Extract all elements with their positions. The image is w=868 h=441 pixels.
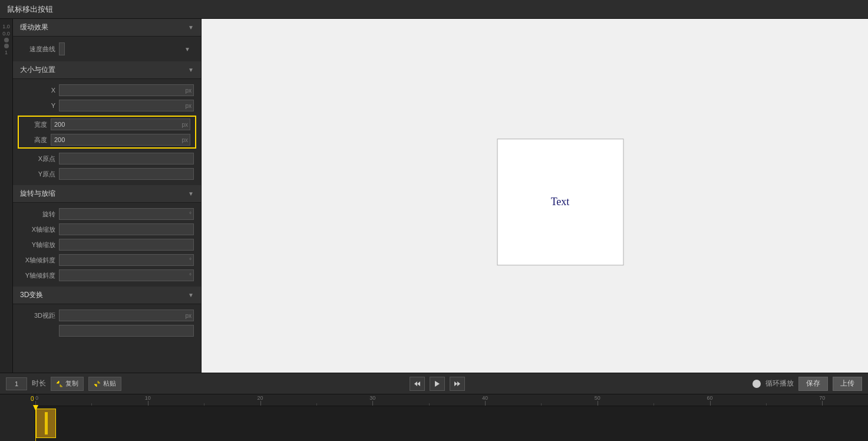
field-input-wrap-perspective: px bbox=[59, 310, 194, 321]
field-input-3d-extra[interactable] bbox=[59, 325, 194, 337]
play-button[interactable] bbox=[430, 377, 445, 391]
canvas-element-text: Text bbox=[551, 196, 570, 208]
size-section-label: 大小与位置 bbox=[20, 65, 55, 75]
speed-curve-select[interactable] bbox=[59, 42, 65, 55]
size-highlight-box: 宽度 px 高度 px bbox=[18, 116, 196, 149]
rotation-section-header[interactable]: 旋转与放缩 ▼ bbox=[13, 185, 201, 203]
field-input-width[interactable] bbox=[51, 119, 190, 130]
field-input-wrap-yorigin bbox=[59, 168, 194, 180]
time-input[interactable] bbox=[6, 377, 27, 390]
track-rows: 0 bbox=[35, 406, 868, 441]
num-1: 1.0 bbox=[2, 24, 10, 29]
svg-marker-2 bbox=[60, 384, 62, 387]
rotation-section-label: 旋转与放缩 bbox=[20, 189, 55, 199]
field-input-wrap-xorigin bbox=[59, 153, 194, 164]
field-row-width: 宽度 px bbox=[19, 117, 195, 132]
svg-marker-4 bbox=[98, 381, 100, 383]
field-label-height: 高度 bbox=[24, 136, 47, 144]
speed-curve-select-wrap: ▼ bbox=[59, 42, 194, 55]
field-label-yorigin: Y原点 bbox=[20, 170, 55, 179]
bottom-toolbar: 时长 复制 粘贴 bbox=[0, 373, 868, 394]
copy-btn-wrap: 复制 bbox=[51, 377, 84, 391]
field-input-rotate[interactable] bbox=[59, 208, 194, 220]
paste-btn-wrap: 粘贴 bbox=[88, 377, 121, 391]
transform3d-section-label: 3D变换 bbox=[20, 290, 43, 300]
rewind-icon bbox=[414, 380, 421, 387]
num-3: 1 bbox=[5, 50, 8, 55]
copy-button[interactable]: 复制 bbox=[51, 377, 84, 391]
field-input-scaley[interactable] bbox=[59, 239, 194, 251]
field-input-yorigin[interactable] bbox=[59, 168, 194, 180]
loop-label: 循环播放 bbox=[765, 379, 794, 389]
svg-marker-8 bbox=[457, 381, 460, 386]
field-input-wrap-rotate: ° bbox=[59, 208, 194, 220]
rewind-button[interactable] bbox=[410, 377, 425, 391]
timeline-ruler: 0 10 20 30 40 50 60 70 bbox=[35, 394, 868, 406]
rotation-chevron-icon: ▼ bbox=[188, 190, 194, 197]
ease-section-label: 缓动效果 bbox=[20, 22, 48, 32]
field-label-width: 宽度 bbox=[24, 120, 47, 129]
field-row-x: X px bbox=[13, 83, 201, 98]
field-input-wrap-skewx: ° bbox=[59, 254, 194, 266]
field-label-rotate: 旋转 bbox=[20, 210, 55, 219]
paste-button[interactable]: 粘贴 bbox=[88, 377, 121, 391]
timeline-block[interactable] bbox=[36, 409, 56, 438]
field-row-skewx: X轴倾斜度 ° bbox=[13, 252, 201, 268]
field-input-wrap-scaley bbox=[59, 239, 194, 251]
speed-curve-row: 速度曲线 ▼ bbox=[13, 40, 201, 58]
title-text: 鼠标移出按钮 bbox=[7, 4, 53, 15]
field-input-wrap-y: px bbox=[59, 100, 194, 111]
field-input-perspective[interactable] bbox=[59, 310, 194, 321]
timeline-zero-label: 0 bbox=[31, 396, 34, 402]
field-input-x[interactable] bbox=[59, 84, 194, 96]
field-label-y: Y bbox=[20, 102, 55, 109]
field-input-xorigin[interactable] bbox=[59, 153, 194, 164]
field-row-scaley: Y轴缩放 bbox=[13, 237, 201, 252]
field-input-skewx[interactable] bbox=[59, 254, 194, 266]
dot-2 bbox=[4, 44, 9, 48]
field-input-wrap-3d-extra bbox=[59, 325, 194, 337]
svg-marker-6 bbox=[417, 381, 420, 386]
play-icon bbox=[434, 380, 441, 387]
upload-button[interactable]: 上传 bbox=[833, 377, 862, 391]
field-input-skewy[interactable] bbox=[59, 269, 194, 281]
main-area: 添加 手动 1.0 0.0 1 缓动效果 ▼ 速度曲线 ▼ bbox=[0, 19, 868, 373]
field-label-skewx: X轴倾斜度 bbox=[20, 256, 55, 265]
copy-icon bbox=[56, 380, 63, 387]
title-bar: 鼠标移出按钮 bbox=[0, 0, 868, 19]
field-input-y[interactable] bbox=[59, 100, 194, 111]
size-section-body: X px Y px 宽度 bbox=[13, 79, 201, 185]
ruler-tick-0 bbox=[35, 401, 36, 406]
svg-marker-7 bbox=[435, 381, 440, 387]
field-row-xorigin: X原点 bbox=[13, 151, 201, 166]
transform3d-section-header[interactable]: 3D变换 ▼ bbox=[13, 287, 201, 304]
transform3d-section-body: 3D视距 px bbox=[13, 304, 201, 342]
transform3d-chevron-icon: ▼ bbox=[188, 292, 194, 298]
ruler-label-10: 10 bbox=[145, 395, 151, 401]
field-input-scalex[interactable] bbox=[59, 223, 194, 235]
field-label-skewy: Y轴倾斜度 bbox=[20, 271, 55, 280]
field-input-height[interactable] bbox=[51, 134, 190, 146]
size-section-header[interactable]: 大小与位置 ▼ bbox=[13, 61, 201, 79]
field-row-rotate: 旋转 ° bbox=[13, 206, 201, 222]
field-label-perspective: 3D视距 bbox=[20, 311, 55, 320]
field-input-wrap-width: px bbox=[51, 119, 190, 130]
forward-button[interactable] bbox=[450, 377, 465, 391]
ease-section-header[interactable]: 缓动效果 ▼ bbox=[13, 19, 201, 37]
svg-marker-3 bbox=[94, 384, 97, 387]
ruler-marks: 0 10 20 30 40 50 60 70 bbox=[35, 394, 868, 406]
field-input-wrap-height: px bbox=[51, 134, 190, 146]
field-row-y: Y px bbox=[13, 98, 201, 113]
field-row-skewy: Y轴倾斜度 ° bbox=[13, 268, 201, 283]
paste-icon bbox=[94, 380, 101, 387]
field-label-scaley: Y轴缩放 bbox=[20, 241, 55, 249]
duration-label: 时长 bbox=[32, 379, 46, 389]
timeline-block-bar bbox=[45, 412, 48, 435]
field-row-yorigin: Y原点 bbox=[13, 166, 201, 182]
canvas-element[interactable]: Text bbox=[497, 139, 623, 265]
far-left-strip: 添加 手动 1.0 0.0 1 bbox=[0, 19, 13, 373]
ease-section-body: 速度曲线 ▼ bbox=[13, 37, 201, 61]
svg-marker-9 bbox=[454, 381, 457, 386]
save-button[interactable]: 保存 bbox=[798, 377, 828, 391]
sidebar: 缓动效果 ▼ 速度曲线 ▼ 大小与位置 ▼ X bbox=[13, 19, 202, 373]
